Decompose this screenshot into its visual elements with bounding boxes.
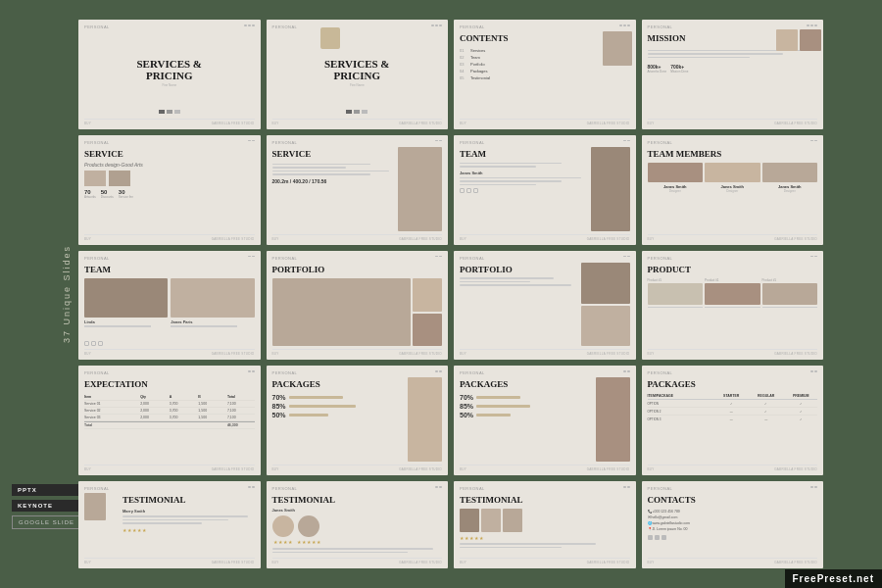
slide-1[interactable]: PERSONAL SERVICES &PRICING Fine Name BUY… xyxy=(78,20,261,129)
slide-18-dots xyxy=(435,486,442,488)
slide-3-footer-right: GABRIELLA FREE STUDIO xyxy=(587,122,630,125)
slide-13-footer: BUY GABRIELLA FREE STUDIO xyxy=(84,465,255,471)
slide-4-footer-left: BUY xyxy=(648,122,655,125)
slide-9-footer-right: GABRIELLA FREE STUDIO xyxy=(212,352,255,356)
slide-14[interactable]: PERSONAL PACKAGES 70% 85% xyxy=(267,366,449,475)
slide-13-header: PERSONAL xyxy=(84,370,255,375)
slide-6-img xyxy=(398,147,442,231)
slide-1-label: PERSONAL xyxy=(84,24,110,29)
slide-12-footer: BUY GABRIELLA FREE STUDIO xyxy=(648,349,818,356)
slide-13[interactable]: PERSONAL EXPECTATION Item Qty A B Total xyxy=(78,366,261,475)
slide-9[interactable]: PERSONAL TEAM Linda Janes Paris xyxy=(78,251,261,361)
slide-13-footer-right: GABRIELLA FREE STUDIO xyxy=(212,467,255,471)
slide-16[interactable]: PERSONAL PACKAGES ITEM/PACKAGE STARTER R… xyxy=(642,366,824,475)
slide-2-footer-right: GABRIELLA FREE STUDIO xyxy=(399,122,442,125)
slide-18-reviews: ★★★★ ★★★★★ xyxy=(272,515,443,545)
slide-1-content: SERVICES &PRICING Fine Name xyxy=(84,31,255,110)
slide-14-dots xyxy=(435,370,442,372)
slide-5-title: SERVICE xyxy=(84,149,255,160)
col-b: B xyxy=(198,395,225,399)
slide-17-lines xyxy=(122,515,255,524)
slide-6-text: SERVICE 200.2m / 400.20 / 170.56 xyxy=(272,147,396,231)
slide-17-text: TESTIMONIAL Marry Smith ★ ★ ★ ★ ★ xyxy=(122,493,255,555)
slide-5[interactable]: PERSONAL SERVICE Products design-Good Ar… xyxy=(78,135,261,245)
slide-5-content: SERVICE Products design-Good Arts 70Artw… xyxy=(84,147,255,231)
slide-4-footer: BUY GABRIELLA FREE STUDIO xyxy=(648,119,818,125)
slide-2[interactable]: PERSONAL SERVICES &PRICING Fine Name BUY… xyxy=(267,20,449,129)
table-row-2: Service 02 2,000 3,700 1,500 7,100 xyxy=(84,408,255,415)
slide-2-sub: Fine Name xyxy=(350,83,365,87)
slide-18[interactable]: PERSONAL TESTIMONIAL Janes Smith ★★★★ xyxy=(267,481,449,568)
slide-18-footer-left: BUY xyxy=(272,561,279,564)
slide-6-lines xyxy=(272,164,396,175)
slide-20-footer: BUY GABRIELLA FREE STUDIO xyxy=(648,558,818,564)
slide-11-img-1 xyxy=(581,263,630,304)
pkg-bar-3: 50% xyxy=(272,412,406,418)
slide-7[interactable]: PERSONAL TEAM Janes Smith xyxy=(454,135,636,245)
slide-9-name-2: Janes Paris xyxy=(171,319,254,324)
contact-phone: 📞 +000 123 456 789 xyxy=(648,510,818,514)
slide-5-dots xyxy=(248,140,255,142)
slide-17[interactable]: PERSONAL TESTIMONIAL Marry Smith xyxy=(78,481,261,568)
slide-15-footer-left: BUY xyxy=(460,467,466,471)
member-2: Janes Smith Designer xyxy=(705,163,760,193)
table-row-1: Service 01 2,000 3,700 1,500 7,100 xyxy=(84,401,255,408)
slide-10-label: PERSONAL xyxy=(272,256,298,261)
slide-11[interactable]: PERSONAL PORTFOLIO xyxy=(454,251,636,361)
slide-18-footer-right: GABRIELLA FREE STUDIO xyxy=(399,561,442,564)
slide-8-dots xyxy=(810,140,817,142)
member-1: Janes Smith Designer xyxy=(648,163,704,193)
slide-2-icons xyxy=(272,110,443,114)
slide-8[interactable]: PERSONAL TEAM MEMBERS Janes Smith Design… xyxy=(642,135,824,245)
slide-15-dots xyxy=(623,370,630,372)
slide-9-label: PERSONAL xyxy=(84,256,110,261)
slide-3-label: PERSONAL xyxy=(460,24,485,29)
slide-7-title: TEAM xyxy=(460,149,588,160)
slide-10-img-2 xyxy=(413,278,442,312)
slide-5-images xyxy=(84,171,255,186)
slide-7-text: TEAM Janes Smith xyxy=(460,147,588,231)
slide-6-label: PERSONAL xyxy=(272,140,298,145)
slide-7-footer-right: GABRIELLA FREE STUDIO xyxy=(587,237,630,241)
slide-1-icons xyxy=(84,110,255,114)
slide-17-name: Marry Smith xyxy=(122,509,255,514)
slide-10-footer: BUY GABRIELLA FREE STUDIO xyxy=(272,349,443,356)
slide-6[interactable]: PERSONAL SERVICE 200.2m / 400.20 / 170.5… xyxy=(267,135,449,245)
slide-12[interactable]: PERSONAL PRODUCT Product #1 Product #1 xyxy=(642,251,824,361)
slide-13-content: EXPECTATION Item Qty A B Total Service 0… xyxy=(84,377,255,462)
slide-19-people xyxy=(460,509,630,532)
slide-5-label: PERSONAL xyxy=(84,140,110,145)
slide-16-label: PERSONAL xyxy=(648,370,673,375)
slide-7-social xyxy=(460,188,588,193)
slide-19[interactable]: PERSONAL TESTIMONIAL ★ ★ ★ ★ ★ xyxy=(454,481,636,568)
slide-10[interactable]: PERSONAL PORTFOLIO BUY GABRIELLA FREE ST… xyxy=(267,251,449,361)
slide-3[interactable]: PERSONAL CONTENTS 01Services 02Team 03Po… xyxy=(454,20,636,129)
slide-17-header: PERSONAL xyxy=(84,486,255,491)
slide-3-dots xyxy=(619,24,630,26)
slide-7-name: Janes Smith xyxy=(460,171,588,175)
slide-7-lines xyxy=(460,163,588,168)
slide-4[interactable]: PERSONAL MISSION 800k+Artworks Done xyxy=(642,20,824,129)
slide-14-text: PACKAGES 70% 85% 50% xyxy=(272,377,406,462)
slide-4-images xyxy=(776,29,821,51)
slide-14-content: PACKAGES 70% 85% 50% xyxy=(272,377,443,462)
slide-14-footer: BUY GABRIELLA FREE STUDIO xyxy=(272,465,443,471)
slide-12-footer-right: GABRIELLA FREE STUDIO xyxy=(774,352,817,356)
slide-20[interactable]: PERSONAL CONTACTS 📞 +000 123 456 789 ✉ h… xyxy=(642,481,824,568)
col-a: A xyxy=(170,395,197,399)
slide-2-footer: BUY GABRIELLA FREE STUDIO xyxy=(272,119,443,125)
slide-16-footer: BUY GABRIELLA FREE STUDIO xyxy=(648,465,818,471)
slide-8-header: PERSONAL xyxy=(648,140,818,145)
slide-15[interactable]: PERSONAL PACKAGES 70% 85% xyxy=(454,366,636,475)
slide-14-header: PERSONAL xyxy=(272,370,443,375)
pkg15-bar-2: 85% xyxy=(460,403,593,410)
slide-19-lines xyxy=(460,543,630,550)
review-1: ★★★★ xyxy=(272,515,294,545)
slide-15-footer: BUY GABRIELLA FREE STUDIO xyxy=(460,465,630,471)
slide-7-label: PERSONAL xyxy=(460,140,485,145)
slide-4-footer-right: GABRIELLA FREE STUDIO xyxy=(774,122,817,125)
slide-7-dots xyxy=(623,140,630,142)
slide-9-dots xyxy=(248,256,255,258)
slide-7-footer: BUY GABRIELLA FREE STUDIO xyxy=(460,234,630,241)
member-3: Janes Smith Designer xyxy=(762,163,818,193)
